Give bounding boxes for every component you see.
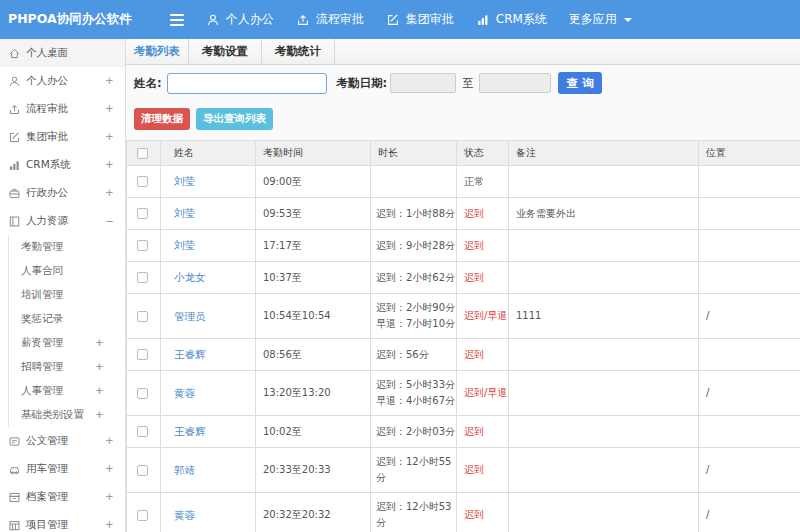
row-checkbox[interactable]: [137, 240, 148, 251]
cell-attendance-time: 10:02至: [256, 416, 371, 448]
tab-attendance-stats[interactable]: 考勤统计: [262, 39, 335, 64]
sidebar-subitem-personnel-mgmt[interactable]: 人事管理+: [21, 379, 125, 403]
employee-name-link[interactable]: 刘莹: [174, 175, 195, 187]
nav-item-more-apps[interactable]: 更多应用: [569, 11, 632, 28]
sidebar-subitem-salary-mgmt[interactable]: 薪资管理+: [21, 331, 125, 355]
select-all-checkbox[interactable]: [137, 148, 148, 159]
duration-line: 迟到：1小时88分: [376, 206, 456, 222]
duration-line: 迟到：9小时28分: [376, 238, 456, 254]
menu-toggle-icon[interactable]: [170, 11, 184, 29]
table-row: 黄蓉20:32至20:32迟到：12小时53分迟到/: [127, 493, 800, 532]
sidebar-subitem-label: 奖惩记录: [21, 312, 103, 326]
export-list-button[interactable]: 导出查询列表: [196, 108, 273, 130]
employee-name-link[interactable]: 刘莹: [174, 207, 195, 219]
top-nav-menu: 个人办公流程审批集团审批CRM系统更多应用: [206, 11, 654, 28]
plus-icon[interactable]: +: [96, 360, 103, 374]
nav-item-label: CRM系统: [496, 11, 547, 28]
nav-item-group-approval[interactable]: 集团审批: [386, 11, 454, 28]
sidebar-item-admin-office[interactable]: 行政办公+: [0, 179, 125, 207]
employee-name-link[interactable]: 黄蓉: [174, 509, 195, 521]
date-to-input[interactable]: [479, 73, 551, 93]
row-checkbox[interactable]: [137, 388, 148, 399]
table-header-row: 姓名考勤时间时长状态备注位置: [127, 141, 800, 166]
plus-icon[interactable]: +: [106, 186, 113, 200]
cell-remark: [509, 371, 699, 416]
row-checkbox[interactable]: [137, 510, 148, 521]
employee-name-link[interactable]: 管理员: [174, 310, 206, 322]
sidebar-item-label: 项目管理: [26, 518, 106, 532]
employee-name-link[interactable]: 王睿辉: [174, 425, 206, 437]
plus-icon[interactable]: +: [96, 408, 103, 422]
sidebar-item-workflow-approval[interactable]: 流程审批+: [0, 95, 125, 123]
cell-attendance-time: 17:17至: [256, 230, 371, 262]
sidebar-item-project-mgmt[interactable]: 项目管理+: [0, 511, 125, 532]
date-from-input[interactable]: [390, 73, 456, 93]
sidebar-item-personal-office[interactable]: 个人办公+: [0, 67, 125, 95]
cell-attendance-time: 10:54至10:54: [256, 294, 371, 339]
employee-name-link[interactable]: 王睿辉: [174, 348, 206, 360]
user-icon: [206, 13, 220, 27]
user-icon: [8, 75, 21, 88]
sidebar-item-archive-mgmt[interactable]: 档案管理+: [0, 483, 125, 511]
status-badge: 正常: [464, 176, 484, 187]
plus-icon[interactable]: +: [106, 518, 113, 532]
sidebar-subitem-training-mgmt[interactable]: 培训管理: [21, 283, 125, 307]
column-header: 位置: [699, 141, 800, 166]
plus-icon[interactable]: +: [96, 384, 103, 398]
plus-icon[interactable]: +: [106, 490, 113, 504]
sidebar-item-personal-desktop[interactable]: 个人桌面: [0, 39, 125, 67]
plus-icon[interactable]: +: [96, 336, 103, 350]
row-checkbox[interactable]: [137, 208, 148, 219]
sidebar-subitem-hr-contract[interactable]: 人事合同: [21, 259, 125, 283]
row-checkbox[interactable]: [137, 349, 148, 360]
status-badge: 迟到: [464, 464, 484, 475]
search-button[interactable]: 查 询: [558, 72, 602, 94]
sidebar-item-crm-system[interactable]: CRM系统+: [0, 151, 125, 179]
employee-name-link[interactable]: 小龙女: [174, 271, 206, 283]
cell-status: 迟到: [457, 198, 509, 230]
tab-bar: 考勤列表考勤设置考勤统计: [126, 39, 800, 65]
sidebar-item-vehicle-mgmt[interactable]: 用车管理+: [0, 455, 125, 483]
cell-location: [699, 166, 800, 198]
nav-item-workflow-approval[interactable]: 流程审批: [296, 11, 364, 28]
nav-item-crm-system[interactable]: CRM系统: [476, 11, 547, 28]
date-filter-label: 考勤日期:: [337, 76, 388, 91]
employee-name-link[interactable]: 郭靖: [174, 464, 195, 476]
cell-duration: 迟到：5小时33分早退：4小时67分: [371, 371, 457, 416]
sidebar-subitem-base-category-settings[interactable]: 基础类别设置+: [21, 403, 125, 427]
cell-status: 迟到: [457, 230, 509, 262]
cell-status: 迟到: [457, 448, 509, 493]
employee-name-link[interactable]: 黄蓉: [174, 387, 195, 399]
tab-attendance-list[interactable]: 考勤列表: [126, 39, 189, 64]
row-checkbox[interactable]: [137, 465, 148, 476]
column-header: 状态: [457, 141, 509, 166]
sidebar-item-group-approval[interactable]: 集团审批+: [0, 123, 125, 151]
tab-attendance-settings[interactable]: 考勤设置: [189, 39, 262, 64]
sidebar-subitem-attendance-mgmt[interactable]: 考勤管理: [21, 235, 125, 259]
date-to-label: 至: [462, 76, 473, 91]
table-row: 刘莹09:53至迟到：1小时88分迟到业务需要外出: [127, 198, 800, 230]
row-checkbox[interactable]: [137, 311, 148, 322]
row-checkbox[interactable]: [137, 272, 148, 283]
nav-item-personal-office[interactable]: 个人办公: [206, 11, 274, 28]
sidebar-item-human-resources[interactable]: 人力资源−: [0, 207, 125, 235]
minus-icon[interactable]: −: [106, 214, 113, 228]
table-row: 王睿辉10:02至迟到：2小时03分迟到: [127, 416, 800, 448]
plus-icon[interactable]: +: [106, 130, 113, 144]
plus-icon[interactable]: +: [106, 434, 113, 448]
plus-icon[interactable]: +: [106, 74, 113, 88]
row-checkbox[interactable]: [137, 176, 148, 187]
sidebar-subitem-recruit-mgmt[interactable]: 招聘管理+: [21, 355, 125, 379]
cell-location: /: [699, 294, 800, 339]
plus-icon[interactable]: +: [106, 158, 113, 172]
name-filter-input[interactable]: [167, 73, 327, 94]
chart-icon: [476, 13, 490, 27]
clean-data-button[interactable]: 清理数据: [134, 108, 190, 130]
employee-name-link[interactable]: 刘莹: [174, 239, 195, 251]
duration-line: 迟到：5小时33分: [376, 377, 456, 393]
sidebar-item-document-mgmt[interactable]: 公文管理+: [0, 427, 125, 455]
plus-icon[interactable]: +: [106, 462, 113, 476]
sidebar-subitem-reward-punishment[interactable]: 奖惩记录: [21, 307, 125, 331]
row-checkbox[interactable]: [137, 426, 148, 437]
plus-icon[interactable]: +: [106, 102, 113, 116]
